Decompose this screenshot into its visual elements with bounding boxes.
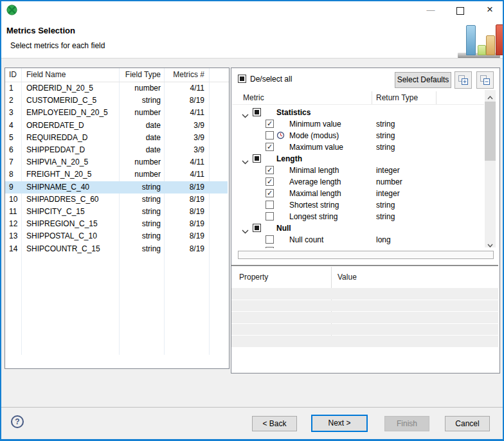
table-row[interactable]: 13SHIPPOSTAL_C_10string8/19 [5,230,228,242]
table-row[interactable]: 1ORDERID_N_20_5number4/11 [5,82,228,94]
metric-checkbox[interactable] [266,131,274,140]
metric-group-row[interactable]: Statistics [232,107,485,118]
table-row[interactable]: 9SHIPNAME_C_40string8/19 [5,181,228,194]
header-separator [1,58,503,59]
column-header-metrics[interactable]: Metrics # [166,68,204,82]
table-row[interactable]: 7SHIPVIA_N_20_5number4/11 [5,156,228,168]
row-metrics-count: 8/19 [166,206,204,218]
metric-item-row[interactable]: Null countlong [232,234,485,246]
help-icon[interactable]: ? [11,415,24,428]
metric-return-type: number [376,176,402,188]
metric-checkbox[interactable] [266,212,274,221]
panel-splitter[interactable] [231,265,498,266]
row-field-type: date [113,120,161,132]
group-checkbox[interactable] [253,154,261,163]
metric-return-type: integer [376,165,400,176]
metric-item-row[interactable]: Longest stringstring [232,211,485,222]
property-empty-row[interactable] [231,312,498,323]
row-id: 10 [9,194,24,206]
value-column-header[interactable]: Value [338,269,357,285]
tristate-mark [255,110,259,114]
column-header-name[interactable]: Field Name [26,68,118,82]
metric-item-row[interactable]: Shortest stringstring [232,199,485,211]
finish-button[interactable]: Finish [384,416,429,431]
scrollbar-thumb[interactable] [485,102,496,161]
row-field-type: string [113,194,161,206]
table-row[interactable]: 6SHIPPEDDAT_Ddate3/9 [5,144,228,156]
metric-item-row[interactable]: ✓Average lengthnumber [232,176,485,188]
metric-checkbox[interactable]: ✓ [266,120,274,128]
table-row[interactable]: 14SHIPCOUNTR_C_15string8/19 [5,243,228,255]
collapse-all-button[interactable] [476,71,494,89]
scroll-down-icon[interactable] [485,238,496,248]
tree-horizontal-scrollbar[interactable] [238,251,494,259]
metric-return-type: string [376,211,395,222]
row-metrics-count: 4/11 [166,82,204,94]
expand-all-icon [458,75,469,86]
table-row[interactable]: 11SHIPCITY_C_15string8/19 [5,206,228,218]
group-checkbox[interactable] [253,108,261,116]
row-field-type: string [113,94,161,107]
tree-column-metric[interactable]: Metric [243,93,264,103]
metric-item-row[interactable]: Mode (modus)string [232,130,485,141]
row-metrics-count: 8/19 [166,230,204,242]
metric-checkbox[interactable]: ✓ [266,189,274,197]
metrics-selection-dialog: — × Metrics Selection Select metrics for… [0,0,504,441]
row-metrics-count: 4/11 [166,168,204,181]
group-checkbox[interactable] [253,224,261,232]
property-empty-row[interactable] [231,324,498,336]
row-field-type: string [113,230,161,242]
metric-group-row[interactable]: Length [232,153,485,165]
scroll-up-icon[interactable] [485,90,496,100]
row-id: 13 [9,230,24,242]
tree-scrollbar[interactable] [485,90,496,248]
table-row[interactable]: 8FREIGHT_N_20_5number4/11 [5,168,228,181]
row-field-type: date [113,132,161,144]
row-id: 11 [9,206,24,218]
metric-checkbox[interactable]: ✓ [266,166,274,174]
property-empty-row[interactable] [231,336,498,347]
row-field-name: SHIPVIA_N_20_5 [26,156,118,168]
cancel-button[interactable]: Cancel [445,416,490,431]
maximize-button[interactable] [450,1,471,19]
metric-checkbox[interactable] [266,247,274,248]
close-button[interactable]: × [480,1,500,19]
row-id: 14 [9,243,24,255]
minimize-button[interactable]: — [420,1,441,19]
metric-item-row[interactable]: ✓Maximal lengthinteger [232,188,485,199]
column-header-type[interactable]: Field Type [113,68,161,82]
table-row[interactable]: 4ORDERDATE_Ddate3/9 [5,120,228,132]
deselect-all-label: De/select all [250,75,292,84]
property-empty-row[interactable] [231,288,498,300]
table-row[interactable]: 5REQUIREDDA_Ddate3/9 [5,132,228,144]
row-id: 3 [9,107,24,119]
metric-item-row[interactable]: ✓Minimum valuestring [232,118,485,130]
metric-checkbox[interactable]: ✓ [266,143,274,151]
metric-item-row[interactable]: ✓Maximum valuestring [232,141,485,153]
select-defaults-button[interactable]: Select Defaults [395,72,451,88]
metric-label: Null count [289,234,323,246]
row-field-type: string [113,243,161,255]
property-column-header[interactable]: Property [239,269,268,285]
table-row[interactable]: 2CUSTOMERID_C_5string8/19 [5,94,228,107]
column-header-id[interactable]: ID [9,68,24,82]
table-row[interactable]: 3EMPLOYEEID_N_20_5number4/11 [5,107,228,119]
metric-return-type: long [376,234,391,246]
metric-item-row[interactable]: ✓Minimal lengthinteger [232,165,485,176]
deselect-all-checkbox[interactable] [238,75,246,83]
row-field-name: EMPLOYEEID_N_20_5 [26,107,118,119]
metric-item-row-clipped [232,246,485,248]
metric-checkbox[interactable]: ✓ [266,177,274,186]
next-button[interactable]: Next > [311,415,368,432]
metric-checkbox[interactable] [266,201,274,209]
metric-group-row[interactable]: Null [232,222,485,234]
table-row[interactable]: 10SHIPADDRES_C_60string8/19 [5,194,228,206]
back-button[interactable]: < Back [252,416,297,431]
property-empty-row[interactable] [231,300,498,312]
row-id: 1 [9,82,24,94]
table-row[interactable]: 12SHIPREGION_C_15string8/19 [5,218,228,230]
row-field-name: SHIPADDRES_C_60 [26,194,118,206]
expand-all-button[interactable] [455,71,472,89]
metric-checkbox[interactable] [266,235,274,244]
tree-column-return-type[interactable]: Return Type [376,93,418,103]
